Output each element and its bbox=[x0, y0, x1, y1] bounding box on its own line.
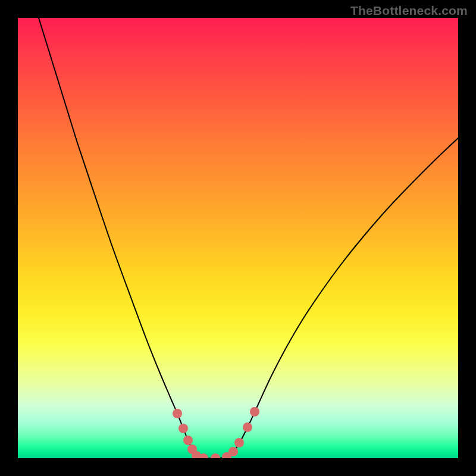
marker-dot bbox=[222, 452, 231, 458]
marker-dot bbox=[183, 436, 193, 445]
marker-dot bbox=[173, 409, 182, 418]
chart-svg bbox=[18, 18, 458, 458]
marker-dot bbox=[243, 422, 252, 432]
bottleneck-curve bbox=[39, 18, 458, 458]
marker-dot bbox=[228, 447, 238, 456]
marker-dot bbox=[178, 424, 188, 433]
marker-dot bbox=[192, 451, 201, 458]
marker-dot bbox=[199, 453, 208, 458]
chart-container: TheBottleneck.com bbox=[0, 0, 476, 476]
plot-area bbox=[18, 18, 458, 458]
marker-dot bbox=[250, 407, 259, 416]
watermark-text: TheBottleneck.com bbox=[350, 4, 468, 18]
marker-dot bbox=[187, 444, 197, 454]
marker-dot bbox=[211, 453, 220, 458]
marker-dot bbox=[234, 438, 244, 447]
curve-markers bbox=[173, 407, 259, 458]
